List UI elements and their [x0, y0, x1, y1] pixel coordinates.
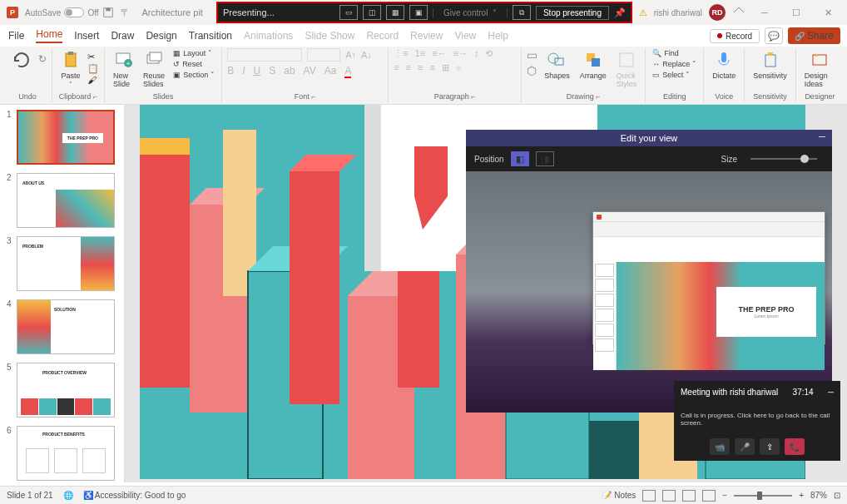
design-ideas-button[interactable]: Design Ideas: [801, 48, 839, 90]
copy-button[interactable]: 📋: [87, 63, 99, 74]
shapes-button[interactable]: Shapes: [541, 48, 573, 82]
layout-button[interactable]: ▦ Layout ˅: [171, 48, 216, 58]
qat-separator: 〒: [121, 7, 132, 18]
section-button[interactable]: ▣ Section ˅: [171, 70, 216, 80]
reset-button[interactable]: ↺ Reset: [171, 59, 216, 69]
find-button[interactable]: 🔍 Find: [651, 48, 698, 58]
ribbon-options-icon[interactable]: [732, 6, 745, 19]
document-title[interactable]: Architecture pit: [142, 7, 203, 17]
shrink-font-button[interactable]: A↓: [361, 50, 372, 60]
zoom-slider[interactable]: [734, 495, 792, 497]
italic-button[interactable]: I: [242, 65, 245, 78]
strike-button[interactable]: S: [269, 65, 275, 78]
arrange-button[interactable]: Arrange: [577, 48, 610, 82]
menu-transitions[interactable]: Transition: [189, 30, 232, 42]
position-right-button[interactable]: ◨: [536, 151, 554, 166]
sensitivity-button[interactable]: Sensitivity: [750, 48, 790, 82]
share-button[interactable]: 🔗 Share: [788, 27, 840, 44]
sorter-view-button[interactable]: [662, 490, 676, 502]
save-icon[interactable]: [102, 7, 114, 18]
underline-button[interactable]: U: [254, 65, 261, 78]
close-button[interactable]: ✕: [815, 4, 840, 21]
menu-animations[interactable]: Animations: [244, 30, 293, 42]
menu-home[interactable]: Home: [36, 28, 62, 43]
replace-button[interactable]: ↔ Replace ˅: [651, 59, 698, 69]
format-painter-button[interactable]: 🖌: [87, 75, 99, 85]
zoom-in-button[interactable]: +: [799, 491, 804, 500]
reuse-slides-button[interactable]: Reuse Slides: [140, 48, 168, 90]
menu-design[interactable]: Design: [146, 30, 176, 42]
thumbnail-5[interactable]: PRODUCT OVERVIEW: [17, 363, 115, 418]
menu-insert[interactable]: Insert: [74, 30, 99, 42]
menu-view[interactable]: View: [454, 30, 476, 42]
presenting-toolbar: Presenting... ▭ ◫ ▦ ▣ Give control ˅ ⧉ S…: [216, 2, 632, 23]
bullets-button[interactable]: ⋮≡: [394, 48, 408, 59]
bold-button[interactable]: B: [227, 65, 234, 78]
maximize-button[interactable]: ☐: [784, 4, 809, 21]
meeting-title: Meeting with rishi dhariwal: [681, 388, 778, 397]
svg-rect-15: [765, 55, 775, 67]
align-left-button[interactable]: ≡: [394, 62, 399, 73]
menu-draw[interactable]: Draw: [111, 30, 134, 42]
size-slider[interactable]: [750, 158, 817, 160]
new-slide-button[interactable]: +New Slide: [110, 48, 136, 90]
grow-font-button[interactable]: A↑: [345, 50, 356, 60]
slideshow-view-button[interactable]: [702, 490, 716, 502]
numbering-button[interactable]: 1≡: [415, 48, 426, 59]
layout-mode-2[interactable]: ◫: [363, 5, 381, 20]
popup-minimize-icon[interactable]: ─: [819, 131, 825, 141]
font-color-button[interactable]: A: [344, 65, 351, 78]
give-control-dropdown[interactable]: Give control ˅: [433, 8, 508, 17]
notes-button[interactable]: 📝 Notes: [602, 491, 636, 500]
layout-mode-1[interactable]: ▭: [339, 5, 358, 20]
thumbnail-6[interactable]: PRODUCT BENEFITS: [17, 426, 115, 481]
mic-toggle-button[interactable]: 🎤: [735, 438, 755, 455]
meeting-minimize-icon[interactable]: ─: [828, 388, 834, 397]
slide-canvas-area[interactable]: Edit your view─ Position ◧ ◨ Size THE PR…: [125, 105, 847, 482]
menu-file[interactable]: File: [8, 30, 24, 42]
dictate-button[interactable]: Dictate: [709, 48, 739, 82]
menu-record[interactable]: Record: [366, 30, 399, 42]
user-name[interactable]: rishi dhariwal: [654, 8, 702, 17]
thumbnail-4[interactable]: SOLUTION: [17, 299, 115, 354]
hangup-button[interactable]: 📞: [785, 438, 805, 455]
fit-to-window-button[interactable]: ⊡: [834, 491, 840, 500]
paste-button[interactable]: Paste˅: [57, 48, 84, 90]
record-button[interactable]: Record: [710, 29, 760, 43]
quick-styles-button[interactable]: Quick Styles: [613, 48, 641, 90]
menu-review[interactable]: Review: [410, 30, 443, 42]
thumbnail-1[interactable]: THE PREP PRO: [17, 110, 115, 165]
layout-mode-4[interactable]: ▣: [409, 5, 428, 20]
thumbnail-2[interactable]: ABOUT US: [17, 173, 115, 228]
popup-header[interactable]: Edit your view─: [466, 130, 832, 146]
zoom-level[interactable]: 87%: [810, 491, 827, 500]
stop-presenting-button[interactable]: Stop presenting: [536, 6, 609, 20]
pin-icon[interactable]: 📌: [614, 7, 626, 18]
camera-preview: THE PREP PROLorem Ipsum: [466, 171, 832, 413]
share-toggle-button[interactable]: ⇪: [760, 438, 780, 455]
popout-icon[interactable]: ⧉: [513, 5, 531, 20]
thumbnail-panel[interactable]: 1THE PREP PRO 2ABOUT US 3PROBLEM 4SOLUTI…: [0, 105, 125, 482]
position-left-button[interactable]: ◧: [511, 151, 529, 166]
layout-mode-3[interactable]: ▦: [386, 5, 404, 20]
accessibility-status[interactable]: ♿ Accessibility: Good to go: [83, 491, 186, 500]
user-avatar[interactable]: RD: [709, 4, 726, 21]
undo-button[interactable]: [8, 48, 35, 72]
language-indicator[interactable]: 🌐: [63, 491, 73, 500]
warning-icon[interactable]: ⚠: [639, 7, 647, 18]
minimize-button[interactable]: ─: [752, 4, 777, 21]
cut-button[interactable]: ✂: [87, 52, 99, 62]
menu-slideshow[interactable]: Slide Show: [305, 30, 354, 42]
select-button[interactable]: ▭ Select ˅: [651, 70, 698, 80]
autosave-toggle[interactable]: AutoSave Off: [25, 7, 99, 17]
meeting-toast[interactable]: Meeting with rishi dhariwal37:14─ Call i…: [674, 381, 840, 461]
zoom-out-button[interactable]: −: [722, 491, 727, 500]
comments-button[interactable]: 💬: [765, 27, 783, 44]
camera-toggle-button[interactable]: 📹: [710, 438, 730, 455]
normal-view-button[interactable]: [642, 490, 656, 502]
thumbnail-3[interactable]: PROBLEM: [17, 236, 115, 291]
menu-help[interactable]: Help: [488, 30, 508, 42]
redo-button[interactable]: ↻: [38, 53, 47, 65]
reading-view-button[interactable]: [682, 490, 696, 502]
slide-counter[interactable]: Slide 1 of 21: [7, 491, 53, 500]
